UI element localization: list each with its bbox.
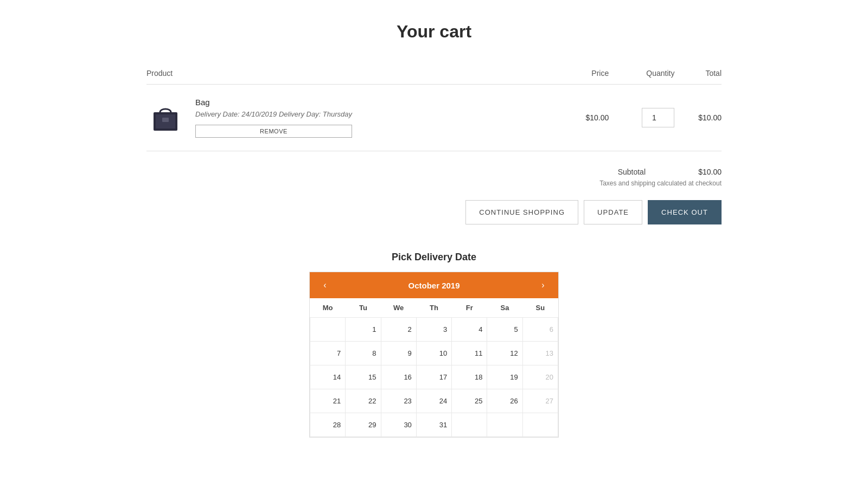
calendar-day-headers: MoTuWeThFrSaSu xyxy=(310,298,558,318)
tax-note: Taxes and shipping calculated at checkou… xyxy=(146,179,722,187)
calendar-day[interactable]: 21 xyxy=(310,389,346,413)
calendar-day xyxy=(522,413,558,437)
calendar-day[interactable]: 24 xyxy=(416,389,451,413)
calendar-week-row: 78910111213 xyxy=(310,342,558,365)
page-title: Your cart xyxy=(146,22,722,42)
cal-day-header: Fr xyxy=(452,298,487,318)
calendar-day[interactable]: 30 xyxy=(381,413,416,437)
subtotal-amount: $10.00 xyxy=(678,168,722,176)
col-quantity: Quantity xyxy=(609,69,674,85)
quantity-cell xyxy=(609,85,674,151)
calendar-day[interactable]: 11 xyxy=(452,342,487,365)
calendar-day[interactable]: 4 xyxy=(452,318,487,342)
calendar-day: 20 xyxy=(522,365,558,389)
calendar-day[interactable]: 18 xyxy=(452,365,487,389)
continue-shopping-button[interactable]: CONTINUE SHOPPING xyxy=(465,200,578,224)
cart-actions: CONTINUE SHOPPING UPDATE CHECK OUT xyxy=(146,200,722,224)
calendar-day: 13 xyxy=(522,342,558,365)
subtotal-label: Subtotal xyxy=(618,168,646,176)
product-delivery-info: Delivery Date: 24/10/2019 Delivery Day: … xyxy=(195,110,352,118)
prev-month-button[interactable]: ‹ xyxy=(318,279,331,292)
calendar-day[interactable]: 16 xyxy=(381,365,416,389)
calendar-day[interactable]: 5 xyxy=(487,318,522,342)
col-product: Product xyxy=(146,69,562,85)
calendar-day[interactable]: 14 xyxy=(310,365,346,389)
calendar-title: Pick Delivery Date xyxy=(146,252,722,263)
calendar-day[interactable]: 1 xyxy=(346,318,381,342)
calendar-day[interactable]: 9 xyxy=(381,342,416,365)
calendar-day xyxy=(452,413,487,437)
cal-day-header: Mo xyxy=(310,298,346,318)
product-info: Bag Delivery Date: 24/10/2019 Delivery D… xyxy=(195,98,352,138)
update-button[interactable]: UPDATE xyxy=(584,200,642,224)
calendar-day[interactable]: 28 xyxy=(310,413,346,437)
calendar-week-row: 14151617181920 xyxy=(310,365,558,389)
remove-button[interactable]: REMOVE xyxy=(195,125,352,138)
cal-day-header: We xyxy=(381,298,416,318)
calendar-day[interactable]: 19 xyxy=(487,365,522,389)
calendar-week-row: 28293031 xyxy=(310,413,558,437)
calendar-day[interactable]: 25 xyxy=(452,389,487,413)
cal-day-header: Tu xyxy=(346,298,381,318)
cal-day-header: Su xyxy=(522,298,558,318)
calendar-day[interactable]: 22 xyxy=(346,389,381,413)
product-cell: Bag Delivery Date: 24/10/2019 Delivery D… xyxy=(146,98,562,138)
next-month-button[interactable]: › xyxy=(537,279,550,292)
calendar-day[interactable]: 23 xyxy=(381,389,416,413)
calendar-month-label: October 2019 xyxy=(408,281,459,290)
calendar-week-row: 123456 xyxy=(310,318,558,342)
calendar-day[interactable]: 26 xyxy=(487,389,522,413)
product-price: $10.00 xyxy=(562,85,609,151)
calendar-day[interactable]: 31 xyxy=(416,413,451,437)
product-name: Bag xyxy=(195,98,352,107)
calendar-day: 27 xyxy=(522,389,558,413)
calendar-day[interactable]: 12 xyxy=(487,342,522,365)
calendar-day[interactable]: 2 xyxy=(381,318,416,342)
cart-row: Bag Delivery Date: 24/10/2019 Delivery D… xyxy=(146,85,722,151)
cal-day-header: Th xyxy=(416,298,451,318)
calendar-week-row: 21222324252627 xyxy=(310,389,558,413)
calendar-day[interactable]: 7 xyxy=(310,342,346,365)
product-total: $10.00 xyxy=(674,85,722,151)
calendar-day: 6 xyxy=(522,318,558,342)
cal-day-header: Sa xyxy=(487,298,522,318)
calendar-day[interactable]: 29 xyxy=(346,413,381,437)
svg-rect-2 xyxy=(162,118,169,122)
subtotal-section: Subtotal $10.00 Taxes and shipping calcu… xyxy=(146,168,722,187)
col-total: Total xyxy=(674,69,722,85)
calendar-day[interactable]: 15 xyxy=(346,365,381,389)
subtotal-row: Subtotal $10.00 xyxy=(146,168,722,176)
calendar-day[interactable]: 3 xyxy=(416,318,451,342)
bag-icon xyxy=(149,100,182,133)
calendar-day[interactable]: 17 xyxy=(416,365,451,389)
calendar-body: 1234567891011121314151617181920212223242… xyxy=(310,318,558,437)
product-image xyxy=(146,98,184,136)
calendar-day xyxy=(487,413,522,437)
quantity-input[interactable] xyxy=(642,108,674,127)
cart-table: Product Price Quantity Total xyxy=(146,69,722,151)
calendar-day xyxy=(310,318,346,342)
calendar-header: ‹ October 2019 › xyxy=(310,272,558,298)
calendar-day[interactable]: 10 xyxy=(416,342,451,365)
calendar-day[interactable]: 8 xyxy=(346,342,381,365)
checkout-button[interactable]: CHECK OUT xyxy=(648,200,722,224)
col-price: Price xyxy=(562,69,609,85)
calendar-grid: MoTuWeThFrSaSu 1234567891011121314151617… xyxy=(310,298,558,437)
calendar-section: Pick Delivery Date ‹ October 2019 › MoTu… xyxy=(146,252,722,438)
calendar-widget: ‹ October 2019 › MoTuWeThFrSaSu 12345678… xyxy=(309,272,559,438)
